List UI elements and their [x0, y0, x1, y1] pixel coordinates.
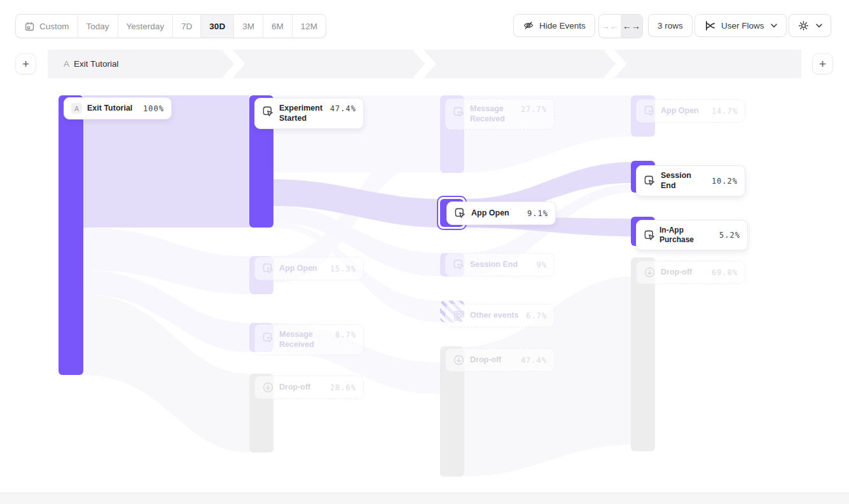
node-percent: 9% — [537, 261, 547, 269]
date-range-3m[interactable]: 3M — [234, 15, 263, 37]
collapse-icon: →← — [601, 21, 619, 31]
node-label: Message Received — [470, 104, 516, 124]
node-card-message-received-c3[interactable]: Message Received 27.7% — [445, 99, 555, 130]
step-name: Exit Tutorial — [74, 59, 119, 69]
node-card-experiment-started[interactable]: Experiment Started 47.4% — [254, 98, 364, 129]
step-letter-badge: A — [71, 103, 82, 114]
node-card-app-open-c4[interactable]: App Open 14.7% — [636, 99, 745, 123]
node-bar-dropoff-c4[interactable] — [631, 257, 655, 451]
add-step-button-right[interactable]: + — [812, 53, 833, 74]
chevron-down-icon — [771, 24, 777, 28]
event-icon — [453, 106, 465, 118]
gear-icon — [797, 20, 810, 32]
event-icon — [644, 175, 656, 187]
node-percent: 9.1% — [527, 209, 548, 218]
step-banner-label: A Exit Tutorial — [64, 50, 119, 78]
node-percent: 100% — [143, 104, 164, 113]
event-icon — [262, 332, 274, 344]
flows-chart-icon — [704, 20, 716, 32]
node-card-app-open-c2[interactable]: App Open 15.3% — [254, 257, 364, 280]
node-label: Other events — [470, 311, 518, 321]
chevron-down-icon — [816, 24, 822, 28]
date-range-7d[interactable]: 7D — [173, 15, 201, 37]
node-card-other-events-c3[interactable]: Other events 6.7% — [445, 304, 555, 327]
banner-chevron-icon — [221, 50, 252, 78]
node-bar-exit-tutorial[interactable] — [59, 95, 83, 375]
add-step-button-left[interactable]: + — [15, 53, 36, 74]
node-label: In-App Purchase — [659, 226, 715, 245]
expand-columns-button[interactable]: ←→ — [621, 15, 642, 37]
node-label: Session End — [470, 260, 518, 270]
date-range-label: Custom — [39, 22, 69, 31]
hide-events-label: Hide Events — [539, 21, 586, 31]
step-letter: A — [64, 59, 69, 69]
node-percent: 28.6% — [330, 383, 356, 392]
node-card-session-end-c3[interactable]: Session End 9% — [445, 253, 555, 276]
node-label: App Open — [661, 106, 699, 116]
date-range-selector: Custom Today Yesterday 7D 30D 3M 6M 12M — [15, 14, 326, 38]
calendar-icon — [24, 21, 35, 32]
date-range-today[interactable]: Today — [78, 15, 118, 37]
date-range-yesterday[interactable]: Yesterday — [118, 15, 174, 37]
node-label: App Open — [471, 208, 509, 219]
date-range-12m[interactable]: 12M — [293, 15, 326, 37]
node-card-exit-tutorial[interactable]: A Exit Tutorial 100% — [64, 97, 172, 119]
node-percent: 6.7% — [526, 311, 547, 320]
event-icon — [262, 262, 274, 275]
node-card-app-open-c3[interactable]: App Open 9.1% — [446, 201, 556, 225]
event-icon — [454, 207, 466, 219]
dropoff-icon — [644, 266, 656, 278]
node-card-in-app-purchase-c4[interactable]: In-App Purchase 5.2% — [636, 220, 748, 250]
expand-icon: ←→ — [623, 21, 640, 31]
node-label: App Open — [279, 264, 317, 274]
node-card-session-end-c4[interactable]: Session End 10.2% — [636, 165, 745, 196]
plus-icon: + — [819, 57, 826, 71]
date-range-custom[interactable]: Custom — [16, 15, 78, 37]
step-banner[interactable]: A Exit Tutorial — [48, 50, 801, 78]
node-percent: 47.4% — [330, 104, 356, 113]
user-flows-screen: Custom Today Yesterday 7D 30D 3M 6M 12M … — [0, 0, 849, 504]
node-label: Drop-off — [661, 268, 692, 278]
dropoff-icon — [262, 381, 274, 393]
node-percent: 47.4% — [521, 356, 547, 365]
view-selector-button[interactable]: User Flows — [694, 14, 787, 37]
node-percent: 69.8% — [712, 268, 738, 277]
banner-chevron-icon — [411, 50, 443, 78]
view-label: User Flows — [721, 21, 764, 31]
eye-off-icon — [523, 20, 534, 31]
plus-icon: + — [22, 57, 29, 71]
collapse-columns-button[interactable]: →← — [599, 15, 621, 37]
node-label: Message Received — [279, 330, 330, 350]
dropoff-icon — [453, 354, 465, 366]
node-percent: 8.7% — [335, 330, 356, 339]
node-percent: 5.2% — [719, 231, 740, 240]
event-icon — [453, 259, 465, 271]
rows-button[interactable]: 3 rows — [648, 14, 693, 37]
node-label: Experiment Started — [279, 104, 325, 123]
rows-label: 3 rows — [658, 21, 683, 31]
node-percent: 27.7% — [521, 105, 547, 114]
event-icon — [644, 105, 656, 117]
node-card-dropoff-c4[interactable]: Drop-off 69.8% — [636, 261, 745, 284]
node-label: Drop-off — [470, 355, 501, 365]
hide-events-button[interactable]: Hide Events — [513, 14, 595, 37]
date-range-6m[interactable]: 6M — [263, 15, 293, 37]
node-card-dropoff-c3[interactable]: Drop-off 47.4% — [445, 348, 555, 372]
node-percent: 15.3% — [330, 264, 356, 273]
footer-strip — [0, 493, 849, 504]
column-width-toggle: →← ←→ — [598, 14, 643, 38]
banner-chevron-icon — [602, 50, 634, 78]
node-label: Session End — [661, 171, 707, 191]
node-percent: 14.7% — [712, 107, 738, 116]
node-label: Exit Tutorial — [87, 104, 132, 114]
node-card-message-received-c2[interactable]: Message Received 8.7% — [254, 324, 364, 355]
settings-button[interactable] — [789, 14, 831, 37]
node-card-dropoff-c2[interactable]: Drop-off 28.6% — [254, 376, 364, 399]
node-percent: 10.2% — [712, 177, 738, 186]
grid-icon — [453, 310, 465, 322]
date-range-30d[interactable]: 30D — [201, 15, 234, 37]
node-label: Drop-off — [279, 383, 310, 393]
event-icon — [644, 229, 656, 242]
event-icon — [262, 106, 274, 118]
